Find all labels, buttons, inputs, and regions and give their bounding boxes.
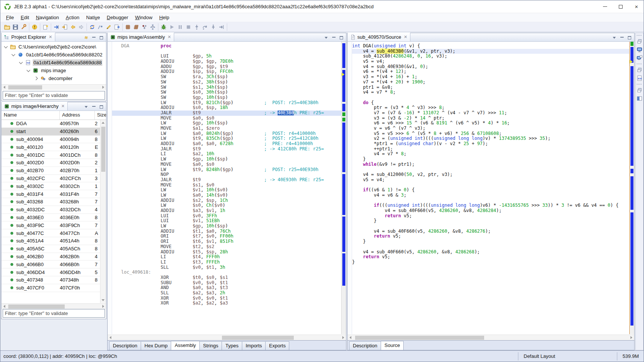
tab-strings[interactable]: Strings — [199, 341, 222, 350]
asm-line[interactable]: LW$a0, 14h($v0) — [112, 193, 341, 198]
asm-line[interactable]: MOVE$t2, $s2 — [112, 244, 341, 250]
source-line[interactable] — [352, 183, 629, 188]
asm-line[interactable]: JALR$t9; -> 412C80h PRE: r25= — [112, 147, 341, 152]
source-line[interactable]: } — [352, 239, 629, 244]
asm-line[interactable]: LI$t4, FFF0h — [112, 254, 341, 260]
tab-assembly[interactable]: Assembly — [171, 341, 199, 350]
source-line[interactable]: ptr1 = &v8; — [352, 85, 629, 90]
minimize-panel-icon[interactable] — [91, 105, 96, 109]
asm-line[interactable]: LW$t9, 835Ch($gp); POST: r25=412C80h — [112, 136, 341, 141]
split-view-icon[interactable] — [636, 95, 643, 102]
asm-line[interactable]: LW$gp, 10h($sp) — [112, 224, 341, 229]
column-header-address[interactable]: Address — [60, 111, 95, 120]
asm-line[interactable]: LW$a0, 8024h($gp); POST: r4=410000h — [112, 131, 341, 136]
source-line[interactable]: while(&v9 != ptr1); — [352, 162, 629, 167]
asm-line[interactable]: loc_409618: — [112, 270, 341, 275]
console-icon[interactable] — [636, 54, 643, 62]
table-row-sub_400120[interactable]: sub_400120400120hE — [2, 143, 100, 151]
asm-line[interactable]: ADDIU$gp, $gp, 7DE0h — [112, 59, 341, 64]
run-to-line-icon[interactable] — [217, 23, 226, 31]
minimize-panel-icon[interactable] — [91, 35, 96, 40]
project-filter-input[interactable] — [3, 91, 105, 100]
source-line[interactable]: do { — [352, 100, 629, 106]
restore-icon[interactable] — [636, 66, 643, 74]
pause-icon[interactable] — [176, 23, 184, 31]
source-line[interactable]: sub_412C80(4286248, 0, 16, v3); — [352, 54, 629, 59]
tab-assembly[interactable]: mips image/Assembly ✕ — [108, 33, 174, 41]
asm-line[interactable]: MOVE$s1, $v0 — [112, 183, 341, 188]
xref-grid-alt-icon[interactable] — [132, 23, 140, 31]
source-line[interactable]: } — [352, 260, 629, 265]
table-row-sub_4051a4[interactable]: sub_4051A44051A4h8 — [2, 237, 100, 245]
asm-line[interactable]: LI$t3, FFFEh — [112, 260, 341, 265]
hierarchy-vscrollbar[interactable] — [100, 120, 106, 303]
source-line[interactable] — [352, 244, 629, 250]
restore-icon[interactable] — [636, 86, 643, 94]
alert-icon[interactable] — [30, 23, 39, 31]
table-row-sub_407348[interactable]: sub_407348407348h8 — [2, 276, 100, 284]
asm-line[interactable]: ADDIU$a3, $v1, 1h — [112, 208, 341, 214]
step-over-icon[interactable] — [201, 23, 209, 31]
goto-icon[interactable] — [52, 23, 61, 31]
status-layout[interactable]: Default Layout — [518, 353, 617, 359]
asm-line[interactable]: LI$a2, 10h — [112, 151, 341, 157]
asm-line[interactable]: DGAproc — [112, 44, 341, 49]
chevron-down-icon[interactable] — [19, 60, 23, 64]
chevron-down-icon[interactable] — [27, 68, 30, 72]
asm-line[interactable]: ADDIU$s2, $sp, 1Ch — [112, 198, 341, 203]
view-menu-icon[interactable] — [612, 35, 617, 40]
resume-icon[interactable] — [168, 23, 176, 31]
menu-debugger[interactable]: Debugger — [103, 14, 132, 21]
xref-grid-icon[interactable] — [124, 23, 132, 31]
refresh-icon[interactable] — [88, 23, 96, 31]
table-row-sub_4001dc[interactable]: sub_4001DC4001DCh8 — [2, 151, 100, 159]
table-row-sub_403f9c[interactable]: sub_403F9C403F9Ch7 — [2, 221, 100, 229]
tab-project-explorer[interactable]: Project Explorer ✕ — [2, 33, 55, 41]
source-line[interactable]: v2 = (unsigned int)(((unsigned long long… — [352, 136, 629, 141]
view-menu-icon[interactable] — [324, 35, 329, 40]
source-line[interactable]: v3 = (v3 & -2) * 14 ^ ptr; — [352, 116, 629, 121]
asm-line[interactable]: ORI$t7, $v0, FF00h — [112, 234, 341, 239]
menu-native[interactable]: Native — [83, 14, 103, 21]
menu-action[interactable]: Action — [62, 14, 83, 21]
assembly-hscrollbar[interactable] — [108, 335, 346, 340]
chevron-down-icon[interactable] — [4, 44, 8, 48]
source-line[interactable]: v4 = v7 * 8; — [352, 90, 629, 95]
chevron-right-icon[interactable] — [34, 77, 38, 80]
table-row-sub_40477c[interactable]: sub_40477C40477ChA — [2, 229, 100, 237]
minimize-button[interactable] — [597, 0, 613, 13]
source-line[interactable]: return v5; — [352, 214, 629, 219]
tools-icon[interactable] — [20, 23, 28, 31]
close-icon[interactable]: ✕ — [49, 35, 52, 39]
table-row-sub_4002d0[interactable]: sub_4002D04002D0h2 — [2, 159, 100, 167]
minimize-panel-icon[interactable] — [331, 35, 336, 40]
asm-line[interactable]: ADDIU$t5, $sp, 28h — [112, 250, 341, 255]
debugger-bug-icon[interactable] — [159, 23, 168, 31]
source-line[interactable]: *ptr1 = (unsigned char)(v - v2 * 25 + 97… — [352, 141, 629, 147]
asm-line[interactable]: LW$t9, 821Ch($gp); POST: r25=40E3B0h — [112, 100, 341, 106]
nav-forward-icon[interactable] — [77, 23, 85, 31]
table-row-sub_40302c[interactable]: sub_40302C40302Ch1 — [2, 182, 100, 190]
table-row-sub_403268[interactable]: sub_403268403268h7 — [2, 198, 100, 206]
asm-line[interactable]: NOP — [112, 172, 341, 177]
chevron-down-icon[interactable] — [12, 52, 15, 56]
assembly-overview-ruler[interactable] — [341, 42, 346, 334]
menu-file[interactable]: File — [3, 14, 17, 21]
asm-line[interactable] — [112, 49, 341, 54]
source-line[interactable]: v4 = v7 * 8; — [352, 151, 629, 157]
asm-line[interactable]: SW$gp, 10h($sp) — [112, 95, 341, 100]
restore-icon[interactable] — [636, 38, 643, 45]
table-row-sub_407cf0[interactable]: sub_407CF0407CF0h — [2, 284, 100, 292]
column-header-name[interactable]: Name — [2, 111, 60, 120]
asm-line[interactable]: ADDIU$a0, $a0, 6728h; PRE: r4=410000h — [112, 141, 341, 147]
source-line[interactable]: int DGA(unsigned int v) { — [352, 44, 629, 49]
source-line[interactable]: v4 = sub_412000(50, v2, ptr, v3); — [352, 172, 629, 177]
tab-types[interactable]: Types — [222, 341, 242, 350]
binary-icon[interactable]: 010 — [636, 74, 643, 82]
tab-hierarchy[interactable]: mips image/Hierarchy ✕ — [2, 102, 68, 111]
export-doc-icon[interactable] — [113, 23, 121, 31]
asm-line[interactable]: ADDIU$s0, $sp, 18h — [112, 105, 341, 111]
asm-line-selected[interactable]: JALR$t9; -> 40E3B0h PRE: r25= — [112, 111, 341, 116]
asm-line[interactable]: SUBU$v0, $v0, $t1 — [112, 280, 341, 286]
stop-icon[interactable] — [184, 23, 193, 31]
